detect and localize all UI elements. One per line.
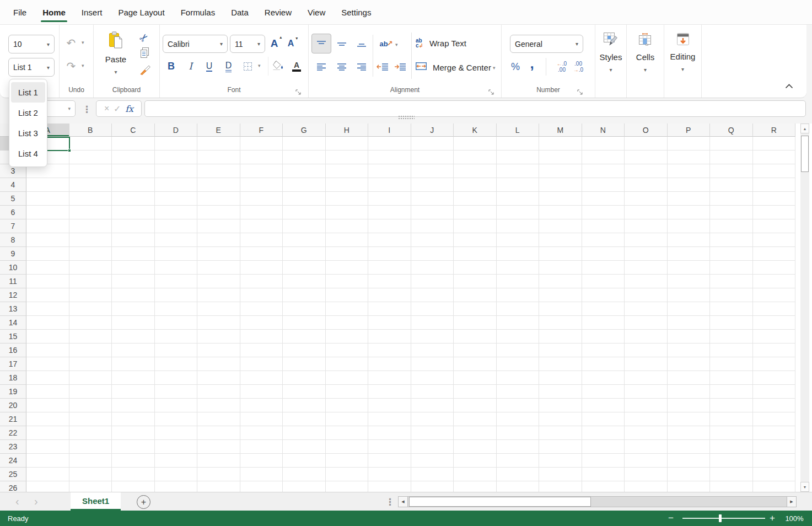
cell-H17[interactable] (326, 357, 369, 371)
cell-K12[interactable] (454, 288, 497, 302)
cell-M25[interactable] (539, 468, 582, 481)
cell-H18[interactable] (326, 371, 369, 385)
cell-B4[interactable] (69, 178, 112, 192)
underline-button[interactable]: U (202, 58, 216, 74)
cell-K21[interactable] (454, 412, 497, 426)
cell-G4[interactable] (283, 178, 326, 192)
cell-K17[interactable] (454, 357, 497, 371)
cell-D23[interactable] (155, 440, 198, 454)
cell-M1[interactable] (539, 137, 582, 151)
cell-R16[interactable] (753, 343, 796, 357)
cell-L16[interactable] (497, 343, 540, 357)
cell-F18[interactable] (240, 371, 283, 385)
cell-C13[interactable] (112, 302, 155, 316)
cell-F20[interactable] (240, 399, 283, 412)
cell-Q18[interactable] (710, 371, 753, 385)
cell-C10[interactable] (112, 261, 155, 275)
cell-P26[interactable] (668, 481, 711, 492)
cell-L22[interactable] (497, 426, 540, 440)
cell-Q22[interactable] (710, 426, 753, 440)
cell-G2[interactable] (283, 151, 326, 164)
cell-R20[interactable] (753, 399, 796, 412)
cell-I2[interactable] (368, 151, 411, 164)
cell-E9[interactable] (197, 247, 240, 261)
cell-B20[interactable] (69, 399, 112, 412)
cell-B24[interactable] (69, 454, 112, 468)
cell-F2[interactable] (240, 151, 283, 164)
cell-J15[interactable] (411, 330, 454, 343)
row-header-13[interactable]: 13 (0, 302, 26, 316)
cell-R4[interactable] (753, 178, 796, 192)
cell-E24[interactable] (197, 454, 240, 468)
cell-K9[interactable] (454, 247, 497, 261)
cell-B11[interactable] (69, 275, 112, 288)
cell-M16[interactable] (539, 343, 582, 357)
cell-Q25[interactable] (710, 468, 753, 481)
cell-A4[interactable] (26, 178, 69, 192)
row-header-22[interactable]: 22 (0, 426, 26, 440)
cell-C22[interactable] (112, 426, 155, 440)
cell-F16[interactable] (240, 343, 283, 357)
cell-O19[interactable] (625, 385, 668, 399)
double-underline-button[interactable]: D (222, 58, 235, 74)
font-family-combobox[interactable]: Calibri ▾ (163, 35, 228, 53)
cell-L14[interactable] (497, 316, 540, 330)
scroll-left-button[interactable]: ◀ (399, 497, 408, 507)
comma-style-button[interactable]: , (526, 53, 537, 73)
cell-H4[interactable] (326, 178, 369, 192)
row-header-14[interactable]: 14 (0, 316, 26, 330)
cell-E14[interactable] (197, 316, 240, 330)
cell-R14[interactable] (753, 316, 796, 330)
cancel-icon[interactable]: × (104, 104, 109, 114)
cell-F6[interactable] (240, 206, 283, 219)
cell-R19[interactable] (753, 385, 796, 399)
cell-J19[interactable] (411, 385, 454, 399)
cell-N11[interactable] (582, 275, 625, 288)
cell-M3[interactable] (539, 164, 582, 178)
name-box-dropdown-arrow[interactable]: ▾ (68, 106, 71, 111)
row-header-10[interactable]: 10 (0, 261, 26, 275)
cell-H25[interactable] (326, 468, 369, 481)
cell-I19[interactable] (368, 385, 411, 399)
column-header-O[interactable]: O (625, 124, 668, 137)
orientation-dropdown-arrow[interactable]: ▾ (395, 42, 398, 47)
cell-C14[interactable] (112, 316, 155, 330)
cell-Q2[interactable] (710, 151, 753, 164)
cell-P4[interactable] (668, 178, 711, 192)
cell-P24[interactable] (668, 454, 711, 468)
cell-I6[interactable] (368, 206, 411, 219)
cell-G25[interactable] (283, 468, 326, 481)
cell-O11[interactable] (625, 275, 668, 288)
cell-E1[interactable] (197, 137, 240, 151)
cell-A6[interactable] (26, 206, 69, 219)
column-header-C[interactable]: C (112, 124, 155, 137)
cell-N25[interactable] (582, 468, 625, 481)
cell-F25[interactable] (240, 468, 283, 481)
cell-Q4[interactable] (710, 178, 753, 192)
borders-dropdown-arrow[interactable]: ▾ (258, 63, 261, 68)
cell-N14[interactable] (582, 316, 625, 330)
cell-A12[interactable] (26, 288, 69, 302)
cell-I11[interactable] (368, 275, 411, 288)
cell-N4[interactable] (582, 178, 625, 192)
cell-R21[interactable] (753, 412, 796, 426)
align-left-button[interactable] (311, 57, 331, 77)
cell-D22[interactable] (155, 426, 198, 440)
cell-B16[interactable] (69, 343, 112, 357)
cell-F11[interactable] (240, 275, 283, 288)
cell-C19[interactable] (112, 385, 155, 399)
wrap-text-button[interactable]: ab c↲ Wrap Text (416, 35, 498, 51)
cell-N10[interactable] (582, 261, 625, 275)
font-dialog-launcher-icon[interactable] (295, 87, 301, 93)
decrease-decimal-button[interactable]: .00 →.0 (568, 58, 588, 76)
cell-D25[interactable] (155, 468, 198, 481)
cell-H7[interactable] (326, 219, 369, 233)
align-middle-button[interactable] (332, 34, 352, 53)
cell-K15[interactable] (454, 330, 497, 343)
cell-F26[interactable] (240, 481, 283, 492)
cell-G20[interactable] (283, 399, 326, 412)
cell-E20[interactable] (197, 399, 240, 412)
cell-C2[interactable] (112, 151, 155, 164)
cell-O17[interactable] (625, 357, 668, 371)
scroll-right-button[interactable]: ▶ (787, 497, 796, 507)
